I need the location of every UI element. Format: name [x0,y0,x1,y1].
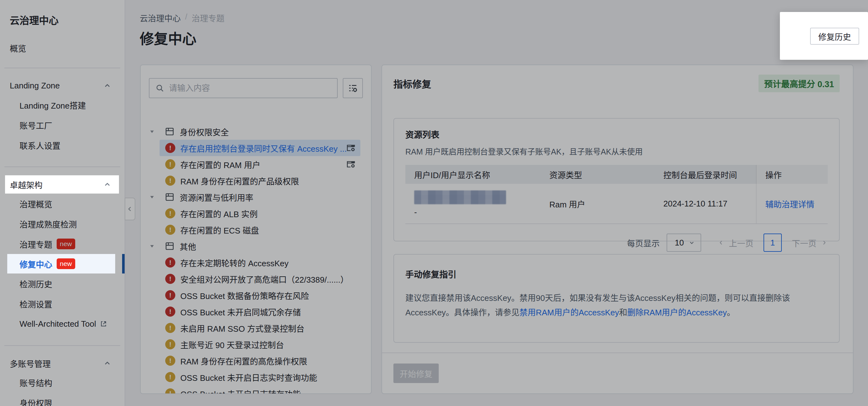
nav-group-label: 卓越架构 [10,179,103,190]
repair-history-button[interactable]: 修复历史 [810,28,859,45]
new-badge: new [57,258,75,269]
sidebar-item-repair-center[interactable]: 修复中心 new [7,254,115,274]
history-button-spotlight: 修复历史 [780,12,868,60]
chevron-up-icon [103,180,112,189]
nav-group-well-architected[interactable]: 卓越架构 [5,175,119,193]
nav-item-label: 修复中心 [20,258,52,270]
tour-dim-overlay [0,0,868,406]
